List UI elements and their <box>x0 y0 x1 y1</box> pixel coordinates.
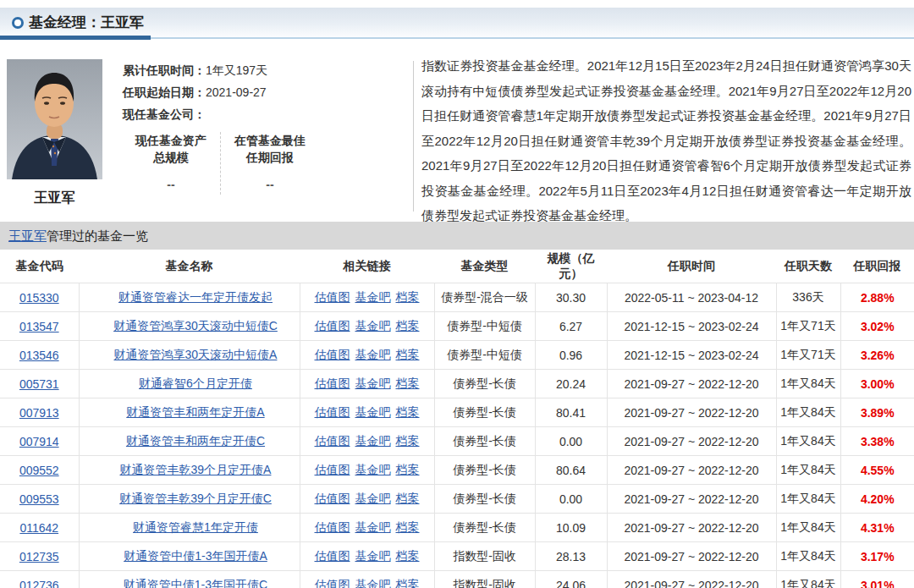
fund-archive-link[interactable]: 档案 <box>396 492 420 505</box>
valuation-chart-link[interactable]: 估值图 <box>315 348 350 361</box>
fund-name-cell: 财通资管中债1-3年国开债C <box>79 571 300 588</box>
fund-code-link[interactable]: 009553 <box>19 492 59 506</box>
related-links-cell: 估值图基金吧档案 <box>300 571 434 588</box>
fund-type-cell: 债券型-长债 <box>434 370 535 398</box>
valuation-chart-link[interactable]: 估值图 <box>315 578 350 588</box>
tenure-period-cell: 2021-09-27 ~ 2022-12-20 <box>607 571 776 588</box>
fund-archive-link[interactable]: 档案 <box>396 405 420 419</box>
fund-archive-link[interactable]: 档案 <box>396 290 420 304</box>
fund-forum-link[interactable]: 基金吧 <box>355 376 391 390</box>
fund-code-link[interactable]: 005731 <box>19 377 59 391</box>
fund-name-link[interactable]: 财通资管睿慧1年定开债 <box>133 520 258 534</box>
fund-name-cell: 财通资管鸿享30天滚动中短债C <box>79 312 300 341</box>
info-row-total-tenure: 累计任职时间：1年又197天 <box>123 59 267 81</box>
fund-code-link[interactable]: 009552 <box>19 464 59 477</box>
page-header: 基金经理：王亚军 <box>0 8 914 37</box>
info-row-start-date: 任职起始日期：2021-09-27 <box>123 81 267 103</box>
fund-forum-link[interactable]: 基金吧 <box>355 578 391 588</box>
fund-forum-link[interactable]: 基金吧 <box>355 463 391 476</box>
stats-divider <box>220 132 221 195</box>
fund-code-link[interactable]: 013547 <box>19 320 59 333</box>
fund-name-cell: 财通睿智6个月定开债 <box>79 370 300 398</box>
fund-name-link[interactable]: 财通资管中债1-3年国开债A <box>124 549 267 563</box>
stat-label: 在管基金最佳 任期回报 <box>222 132 318 166</box>
fund-archive-link[interactable]: 档案 <box>396 520 420 534</box>
manager-name-link[interactable]: 王亚军 <box>8 228 47 243</box>
fund-archive-link[interactable]: 档案 <box>396 549 420 563</box>
valuation-chart-link[interactable]: 估值图 <box>315 405 350 419</box>
fund-name-link[interactable]: 财通资管中债1-3年国开债C <box>124 578 267 588</box>
valuation-chart-link[interactable]: 估值图 <box>315 492 350 505</box>
fund-code-link[interactable]: 013546 <box>19 349 59 362</box>
fund-forum-link[interactable]: 基金吧 <box>355 520 391 534</box>
funds-section-title: 管理过的基金一览 <box>47 228 148 243</box>
fund-code-link[interactable]: 015330 <box>19 291 59 305</box>
page-title: 基金经理：王亚军 <box>29 8 144 37</box>
related-links-cell: 估值图基金吧档案 <box>300 514 434 542</box>
tenure-return-cell: 3.17% <box>840 542 914 571</box>
table-row: 009553财通资管丰乾39个月定开债C估值图基金吧档案债券型-长债0.0020… <box>0 485 914 514</box>
tenure-return-cell: 4.55% <box>840 456 914 485</box>
manager-portrait-image <box>7 59 102 179</box>
fund-archive-link[interactable]: 档案 <box>396 463 420 476</box>
fund-scale-cell: 30.30 <box>535 283 607 312</box>
related-links-cell: 估值图基金吧档案 <box>300 542 434 571</box>
tenure-return-cell: 3.26% <box>840 341 914 370</box>
valuation-chart-link[interactable]: 估值图 <box>315 319 350 332</box>
return-value: 2.88% <box>861 291 895 305</box>
fund-code-link[interactable]: 012735 <box>19 550 59 563</box>
manager-info-list: 累计任职时间：1年又197天 任职起始日期：2021-09-27 现任基金公司： <box>123 59 267 125</box>
tenure-period-cell: 2021-09-27 ~ 2022-12-20 <box>607 398 776 427</box>
fund-archive-link[interactable]: 档案 <box>396 319 420 332</box>
fund-scale-cell: 80.41 <box>535 398 607 427</box>
fund-code-link[interactable]: 011642 <box>19 521 58 535</box>
return-value: 4.31% <box>861 521 895 535</box>
fund-code-link[interactable]: 012736 <box>19 579 59 588</box>
fund-scale-cell: 0.96 <box>535 341 607 370</box>
table-row: 007914财通资管丰和两年定开债C估值图基金吧档案债券型-长债0.002021… <box>0 427 914 456</box>
fund-name-link[interactable]: 财通资管鸿享30天滚动中短债A <box>114 348 278 361</box>
tenure-period-cell: 2021-09-27 ~ 2022-12-20 <box>607 456 776 485</box>
fund-name-link[interactable]: 财通资管丰乾39个月定开债C <box>119 492 272 505</box>
valuation-chart-link[interactable]: 估值图 <box>315 434 350 448</box>
fund-forum-link[interactable]: 基金吧 <box>355 290 391 304</box>
fund-name-link[interactable]: 财通资管鸿享30天滚动中短债C <box>113 319 278 332</box>
fund-name-link[interactable]: 财通资管丰乾39个月定开债A <box>120 463 272 476</box>
return-value: 3.01% <box>861 579 895 588</box>
tenure-days-cell: 1年又71天 <box>776 312 840 341</box>
fund-archive-link[interactable]: 档案 <box>396 348 420 361</box>
fund-type-cell: 债券型-长债 <box>434 398 535 427</box>
fund-archive-link[interactable]: 档案 <box>396 376 420 390</box>
fund-forum-link[interactable]: 基金吧 <box>355 348 391 361</box>
fund-archive-link[interactable]: 档案 <box>396 434 420 448</box>
fund-name-link[interactable]: 财通资管睿达一年定开债发起 <box>118 290 273 304</box>
valuation-chart-link[interactable]: 估值图 <box>315 549 350 563</box>
related-links-cell: 估值图基金吧档案 <box>300 283 434 312</box>
fund-forum-link[interactable]: 基金吧 <box>355 492 391 505</box>
fund-forum-link[interactable]: 基金吧 <box>355 434 391 448</box>
fund-name-link[interactable]: 财通资管丰和两年定开债C <box>126 434 265 448</box>
valuation-chart-link[interactable]: 估值图 <box>315 376 350 390</box>
fund-code-link[interactable]: 007914 <box>19 435 59 448</box>
fund-code-cell: 005731 <box>0 370 79 398</box>
fund-archive-link[interactable]: 档案 <box>396 578 420 588</box>
fund-name-link[interactable]: 财通资管丰和两年定开债A <box>126 405 264 419</box>
fund-forum-link[interactable]: 基金吧 <box>355 549 391 563</box>
fund-scale-cell: 80.64 <box>535 456 607 485</box>
fund-name-link[interactable]: 财通睿智6个月定开债 <box>139 376 252 390</box>
related-links-cell: 估值图基金吧档案 <box>300 312 434 341</box>
fund-code-cell: 012735 <box>0 542 79 571</box>
fund-name-cell: 财通资管睿慧1年定开债 <box>79 514 300 542</box>
valuation-chart-link[interactable]: 估值图 <box>315 463 350 476</box>
table-row: 011642财通资管睿慧1年定开债估值图基金吧档案债券型-长债10.092021… <box>0 514 914 542</box>
fund-forum-link[interactable]: 基金吧 <box>355 405 391 419</box>
stat-label: 现任基金资产 总规模 <box>123 132 219 166</box>
fund-forum-link[interactable]: 基金吧 <box>355 319 391 332</box>
info-row-current-company: 现任基金公司： <box>123 103 267 125</box>
valuation-chart-link[interactable]: 估值图 <box>315 290 350 304</box>
fund-code-link[interactable]: 007913 <box>19 406 59 420</box>
valuation-chart-link[interactable]: 估值图 <box>315 520 350 534</box>
return-value: 3.00% <box>861 377 895 391</box>
tenure-return-cell: 2.88% <box>840 283 914 312</box>
table-row: 007913财通资管丰和两年定开债A估值图基金吧档案债券型-长债80.41202… <box>0 398 914 427</box>
